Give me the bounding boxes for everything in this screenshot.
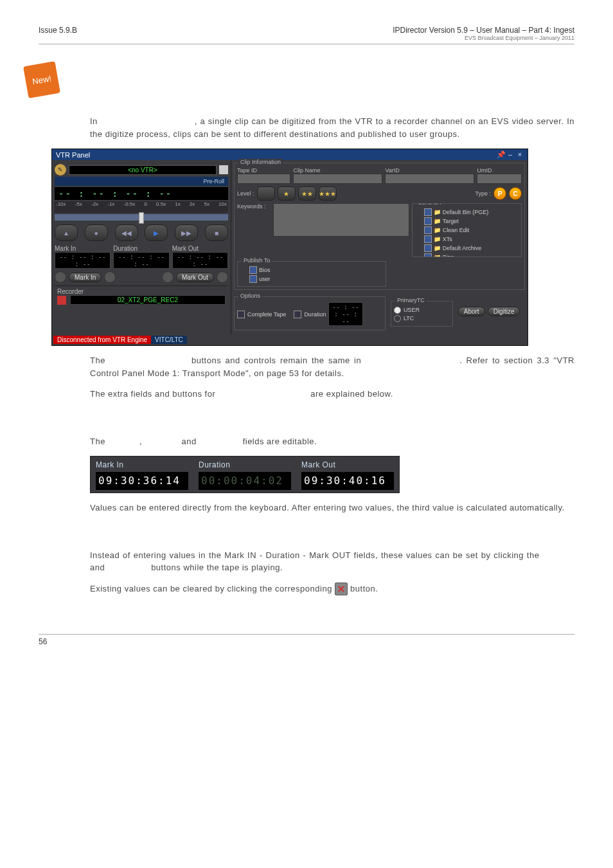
du-label: Duration — [199, 459, 291, 471]
digitize-button[interactable]: Digitize — [488, 307, 520, 316]
preroll-label: Pre-Roll — [55, 177, 228, 186]
vtr-control-panel: ✎ <no VTR> Pre-Roll -- : -- : -- : -- -1… — [52, 160, 231, 334]
status-sub: VITC/LTC — [151, 336, 187, 344]
clear-in-button[interactable] — [104, 271, 116, 283]
para-clear: Existing values can be cleared by clicki… — [90, 583, 574, 596]
speed-ruler: -10x-5x-2x-1x-0.5x00.5x1x2x5x10x — [55, 201, 228, 213]
sub-heading-b: MARK IN AND MARK OUT BUTTONS — [90, 527, 574, 541]
markin-field[interactable]: -- : -- : -- : -- — [55, 252, 111, 269]
type-p-button[interactable]: P — [493, 187, 506, 200]
user-radio[interactable] — [394, 307, 401, 314]
shuttle-slider[interactable] — [55, 214, 228, 221]
keywords-input[interactable] — [273, 203, 409, 237]
recorder-label: Recorder — [57, 288, 226, 295]
record-button[interactable]: ● — [85, 224, 108, 241]
ffwd-button[interactable]: ▶▶ — [175, 224, 198, 241]
tree-item[interactable]: 📁Default Archive — [415, 244, 519, 253]
issue-label: Issue 5.9.B — [39, 26, 77, 41]
play-button[interactable]: ▶ — [145, 224, 168, 241]
vtr-select[interactable]: <no VTR> — [69, 165, 217, 175]
tree-item[interactable]: 📁XTs — [415, 235, 519, 244]
mode-icon[interactable]: ✎ — [55, 164, 66, 176]
picker-icon[interactable] — [219, 165, 228, 174]
stop-button[interactable]: ■ — [205, 224, 228, 241]
para-editable: The Mark IN, Duration and Mark OUT field… — [90, 435, 574, 448]
tree-item[interactable]: 📁Clean Edit — [415, 226, 519, 235]
tree-item[interactable]: 📁Default Bin (PGE) — [415, 208, 519, 217]
level-1star[interactable]: ★ — [278, 186, 296, 201]
umid-input[interactable] — [477, 174, 522, 184]
abort-button[interactable]: Abort — [458, 307, 485, 316]
clipname-input[interactable] — [293, 174, 382, 184]
markout-label: Mark Out — [172, 245, 228, 252]
publish-item[interactable]: user — [240, 275, 383, 284]
recorder-picker[interactable] — [57, 296, 66, 305]
ltc-radio[interactable] — [394, 315, 401, 322]
type-c-button[interactable]: C — [509, 187, 522, 200]
minimize-icon[interactable]: – — [506, 150, 514, 158]
recorder-field[interactable]: 02_XT2_PGE_REC2 — [70, 295, 226, 305]
doc-title: IPDirector Version 5.9 – User Manual – P… — [393, 26, 574, 41]
level-3star[interactable]: ★★★ — [319, 186, 337, 201]
level-label: Level : — [237, 190, 254, 197]
para-buttons: Instead of entering values in the Mark I… — [90, 549, 574, 574]
options-group: Options Complete Tape Duration -- : -- :… — [234, 296, 386, 330]
keywords-label: Keywords : — [237, 203, 271, 210]
clip-info-group: Clip Information Tape ID Clip Name VarID… — [234, 163, 525, 290]
page-footer: 56 — [39, 634, 574, 646]
du-value: 00:00:04:02 — [199, 472, 291, 490]
markin-label: Mark In — [55, 245, 111, 252]
duration-label: Duration — [113, 245, 169, 252]
duration-field[interactable]: -- : -- : -- : -- — [113, 252, 169, 269]
clipname-label: Clip Name — [293, 167, 382, 174]
level-blank[interactable] — [257, 186, 275, 201]
vtr-panel: VTR Panel 📌 – × ✎ <no VTR> Pre-Roll -- :… — [51, 149, 528, 346]
umid-label: UmID — [477, 167, 522, 174]
sendto-legend: Send to : — [416, 203, 443, 206]
mo-value: 09:30:40:16 — [301, 472, 394, 490]
new-badge: New! — [23, 61, 60, 98]
varid-input[interactable] — [385, 174, 474, 184]
options-legend: Options — [238, 293, 262, 299]
shuttle-thumb[interactable] — [139, 212, 144, 224]
duration-check[interactable] — [294, 311, 301, 318]
close-icon[interactable]: × — [516, 150, 524, 158]
tapeid-input[interactable] — [237, 174, 290, 184]
publish-item[interactable]: Bios — [240, 266, 383, 275]
markin-button[interactable]: Mark In — [69, 273, 102, 282]
clear-icon — [335, 583, 348, 595]
eject-button[interactable]: ▲ — [55, 224, 78, 241]
complete-tape-label: Complete Tape — [247, 311, 286, 318]
mo-label: Mark Out — [301, 459, 394, 471]
doc-title-main: IPDirector Version 5.9 – User Manual – P… — [393, 26, 574, 35]
opt-duration-field[interactable]: -- : -- : -- : -- — [328, 302, 362, 326]
markinout-image: Mark In09:30:36:14 Duration00:00:04:02 M… — [90, 456, 400, 493]
mi-value: 09:30:36:14 — [96, 472, 188, 490]
type-label: Type : — [475, 190, 491, 197]
markout-field[interactable]: -- : -- : -- : -- — [172, 252, 228, 269]
ltc-radio-label: LTC — [404, 315, 414, 321]
tree-item[interactable]: 📁Target — [415, 217, 519, 226]
clear-out-button[interactable] — [162, 271, 173, 283]
markout-button[interactable]: Mark Out — [176, 273, 214, 282]
status-bar: Disconnected from VTR Engine — [53, 336, 151, 344]
doc-title-sub: EVS Broadcast Equipment – January 2011 — [393, 35, 574, 41]
para-vtr-control: The VTR Control Panel buttons and contro… — [90, 354, 574, 379]
level-2star[interactable]: ★★ — [298, 186, 316, 201]
primtc-legend: PrimaryTC — [395, 297, 427, 303]
page-number: 56 — [39, 637, 47, 646]
rewind-button[interactable]: ◀◀ — [115, 224, 138, 241]
vtr-titlebar: VTR Panel 📌 – × — [52, 149, 528, 160]
user-radio-label: USER — [404, 307, 420, 313]
sendto-group: Send to : 📁Default Bin (PGE) 📁Target 📁Cl… — [412, 203, 522, 257]
tapeid-label: Tape ID — [237, 167, 290, 174]
sub-heading-a: MARK IN – DURATION – MARK OUT FIELDS — [90, 413, 574, 427]
opt-duration-label: Duration — [304, 311, 326, 318]
tree-item[interactable]: 📁Bins — [415, 253, 519, 257]
complete-tape-check[interactable] — [237, 311, 245, 318]
goto-out-button[interactable] — [217, 271, 228, 283]
goto-in-button[interactable] — [55, 271, 66, 283]
para-values: Values can be entered directly from the … — [90, 502, 574, 514]
pin-icon[interactable]: 📌 — [497, 150, 504, 159]
para-extra: The extra fields and buttons for Mode 2:… — [90, 388, 574, 401]
